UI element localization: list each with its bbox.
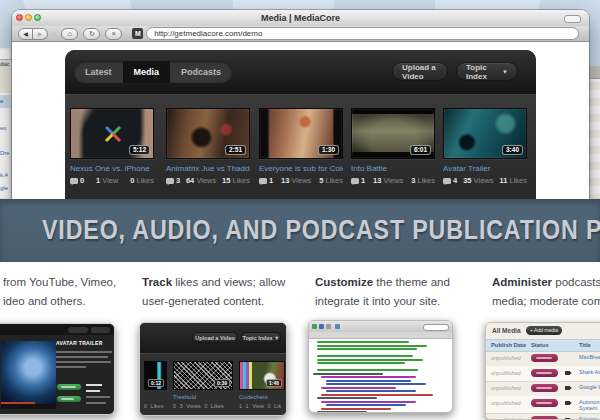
comment-icon (70, 178, 78, 184)
mini-header (0, 324, 114, 335)
mini-button (68, 327, 88, 333)
video-stats: 0 1 View 0 Likes (70, 176, 154, 185)
status-badge (531, 384, 558, 392)
topic-index-button[interactable]: Topic Index ▼ (456, 62, 518, 81)
mini-player-controls (1, 404, 56, 409)
window-title: Media | MediaCore (12, 10, 589, 26)
video-title-link[interactable]: Animatrix Jue vs Thaddeus (166, 164, 250, 173)
background-table-header (589, 66, 600, 79)
duration-badge: 3:40 (502, 145, 523, 155)
comment-icon (259, 178, 267, 184)
background-link: eo (0, 125, 12, 131)
video-carousel: 5:12 Nexus One vs. iPhone 0 1 View 0 Lik… (65, 94, 536, 202)
upload-video-button[interactable]: Upload a Video (392, 62, 448, 81)
feature-text-customize: Customize the theme and integrate it int… (315, 276, 450, 314)
forward-button[interactable]: ▶ (33, 28, 48, 40)
status-badge (531, 416, 558, 420)
mini-upload-button: Upload a Video (192, 332, 238, 343)
mini-video-title: Treshold (173, 394, 196, 400)
video-stats: 3 64 Views 15 Likes (166, 176, 250, 185)
duration-badge: 1:30 (318, 145, 339, 155)
camera-icon (565, 401, 570, 405)
camera-icon (565, 386, 570, 390)
admin-titlebar: All Media + Add media (486, 323, 600, 338)
tab-media[interactable]: Media (123, 61, 171, 83)
editor-icon (335, 324, 340, 329)
video-stats: 1 13 Views 3 Likes (351, 176, 435, 185)
window-titlebar[interactable]: Media | MediaCore (12, 10, 589, 27)
table-row: unpublished Autonomou System (486, 396, 600, 414)
home-button[interactable]: ⌂ (61, 28, 78, 40)
nav-buttons: ◀ ▶ (18, 28, 48, 40)
background-link: k A (0, 172, 12, 178)
mini-carousel: 0:12 0:39 1:48 Treshold Codechets 0 Like… (140, 353, 286, 416)
video-title-link[interactable]: Into Battle (351, 164, 435, 173)
address-bar[interactable]: http://getmediacore.com/demo (146, 27, 579, 40)
mini-thumbnail: 0:12 (144, 361, 167, 390)
screenshot-code-editor (308, 320, 453, 413)
code-lines (313, 341, 433, 413)
tab-latest[interactable]: Latest (74, 61, 123, 83)
background-selected-row: e (0, 95, 12, 108)
comment-icon (443, 178, 451, 184)
reload-button[interactable]: ↻ (83, 28, 100, 40)
video-thumbnail[interactable]: 3:40 (443, 108, 527, 159)
mini-tabbar: Upload a Video Topic Index ▼ (140, 323, 286, 353)
stop-button[interactable]: × (105, 28, 122, 40)
video-stats: 4 35 Views 11 Likes (443, 176, 527, 185)
browser-toolbar: ◀ ▶ · ⌂ ↻ × M http://getmediacore.com/de… (12, 26, 589, 42)
feature-text-administer: Administer podcasts a media; moderate co… (492, 276, 600, 314)
status-badge (531, 369, 558, 377)
editor-icon (312, 324, 317, 329)
background-link: gle (0, 185, 12, 191)
video-title-link[interactable]: Avatar Trailer (443, 164, 527, 173)
background-window-left: diac e eo Dre k A gle (0, 48, 12, 199)
mini-button (91, 327, 110, 333)
duration-badge: 2:51 (225, 145, 246, 155)
desktop: diac e eo Dre k A gle Media | MediaCore … (0, 0, 600, 420)
duration-badge: 6:01 (410, 145, 431, 155)
mini-video-player (1, 341, 56, 404)
camera-icon (565, 371, 570, 375)
mini-topic-button: Topic Index ▼ (241, 332, 281, 343)
comment-icon (351, 178, 359, 184)
mini-video-title: AVATAR TRAILER (56, 340, 103, 346)
video-card: 6:01 Into Battle 1 13 Views 3 Likes (351, 108, 435, 185)
video-thumbnail[interactable]: 6:01 (351, 108, 435, 159)
mini-thumbnail: 0:39 (173, 361, 233, 390)
video-thumbnail[interactable]: 2:51 (166, 108, 250, 159)
video-title-link[interactable]: Nexus One vs. iPhone (70, 164, 154, 173)
video-thumbnail[interactable]: 1:30 (259, 108, 343, 159)
admin-title: All Media (492, 327, 521, 334)
comment-icon (166, 178, 174, 184)
background-panel (0, 69, 12, 93)
editor-search-box (423, 324, 449, 331)
nexus-x-logo (102, 123, 124, 145)
screenshot-video-page: AVATAR TRAILER (0, 323, 115, 415)
toolbar-toggle-button[interactable] (564, 15, 581, 23)
site-favicon: M (132, 28, 143, 39)
media-panel-tabbar: Latest Media Podcasts Upload a Video Top… (65, 50, 536, 94)
video-thumbnail[interactable]: 5:12 (70, 108, 154, 159)
media-tabs: Latest Media Podcasts (74, 61, 232, 83)
status-badge (531, 399, 558, 407)
screenshot-track: Upload a Video Topic Index ▼ 0:12 0:39 1… (139, 322, 287, 416)
browser-window: Media | MediaCore ◀ ▶ · ⌂ ↻ × M http://g… (12, 10, 589, 202)
back-button[interactable]: ◀ (18, 28, 33, 40)
table-row: unpublished Google Wa (486, 381, 600, 397)
video-card: 1:30 Everyone is sub for Colette. 1 13 V… (259, 108, 343, 185)
editor-tabstrip (309, 332, 452, 339)
tab-podcasts[interactable]: Podcasts (170, 61, 232, 83)
background-link: Dre (0, 150, 12, 156)
editor-icon (326, 324, 331, 329)
chevron-down-icon: ▼ (502, 69, 508, 75)
background-window-right (589, 66, 600, 199)
video-card: 2:51 Animatrix Jue vs Thaddeus 3 64 View… (166, 108, 250, 185)
video-title-link[interactable]: Everyone is sub for Colette. (259, 164, 343, 173)
status-badge (531, 354, 558, 362)
media-panel: Latest Media Podcasts Upload a Video Top… (65, 50, 536, 202)
headline-banner: VIDEO, AUDIO, AND PODCAST PUBLICATION PL… (0, 199, 600, 263)
video-card: 5:12 Nexus One vs. iPhone 0 1 View 0 Lik… (70, 108, 154, 185)
video-card: 3:40 Avatar Trailer 4 35 Views 11 Likes (443, 108, 527, 185)
mini-thumbnail: 1:48 (239, 361, 285, 390)
